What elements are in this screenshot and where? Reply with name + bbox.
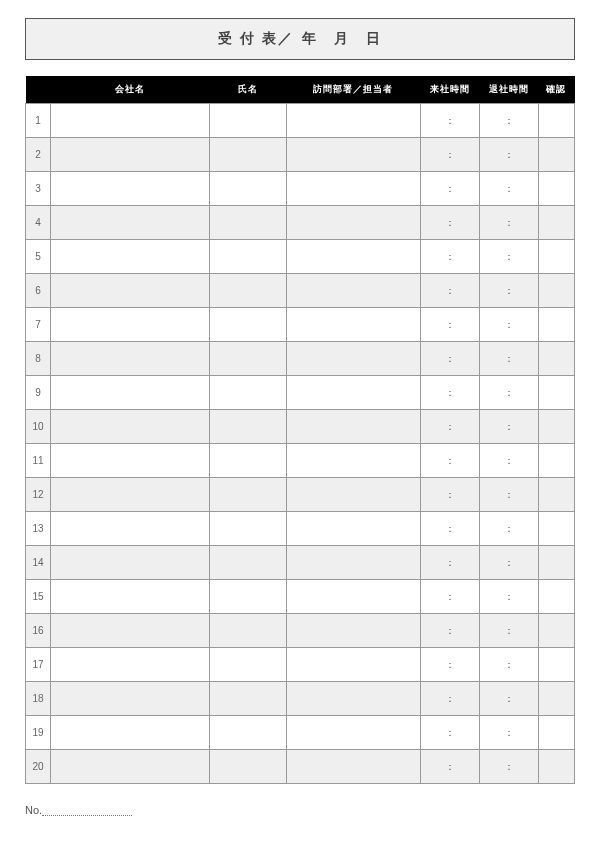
no-blank-line bbox=[42, 815, 132, 816]
table-row: 19：： bbox=[26, 716, 575, 750]
cell-time-in: ： bbox=[420, 138, 479, 172]
cell-dept bbox=[286, 444, 420, 478]
table-row: 13：： bbox=[26, 512, 575, 546]
cell-time-out: ： bbox=[479, 512, 538, 546]
col-time-out: 退社時間 bbox=[479, 76, 538, 104]
cell-name bbox=[209, 342, 286, 376]
cell-dept bbox=[286, 546, 420, 580]
cell-company bbox=[50, 682, 209, 716]
cell-dept bbox=[286, 580, 420, 614]
cell-company bbox=[50, 648, 209, 682]
cell-time-in: ： bbox=[420, 410, 479, 444]
cell-dept bbox=[286, 274, 420, 308]
cell-company bbox=[50, 376, 209, 410]
cell-confirm bbox=[538, 240, 574, 274]
cell-confirm bbox=[538, 682, 574, 716]
row-number: 19 bbox=[26, 716, 51, 750]
cell-company bbox=[50, 478, 209, 512]
cell-time-in: ： bbox=[420, 444, 479, 478]
cell-time-out: ： bbox=[479, 274, 538, 308]
title-bar: 受 付 表／ 年 月 日 bbox=[25, 18, 575, 60]
cell-time-out: ： bbox=[479, 138, 538, 172]
cell-name bbox=[209, 580, 286, 614]
table-row: 18：： bbox=[26, 682, 575, 716]
cell-time-out: ： bbox=[479, 342, 538, 376]
cell-name bbox=[209, 410, 286, 444]
cell-name bbox=[209, 138, 286, 172]
cell-company bbox=[50, 410, 209, 444]
cell-company bbox=[50, 614, 209, 648]
cell-name bbox=[209, 478, 286, 512]
cell-dept bbox=[286, 682, 420, 716]
col-company: 会社名 bbox=[50, 76, 209, 104]
cell-confirm bbox=[538, 206, 574, 240]
cell-confirm bbox=[538, 104, 574, 138]
cell-company bbox=[50, 342, 209, 376]
cell-company bbox=[50, 206, 209, 240]
cell-dept bbox=[286, 478, 420, 512]
cell-dept bbox=[286, 648, 420, 682]
table-row: 6：： bbox=[26, 274, 575, 308]
cell-name bbox=[209, 206, 286, 240]
cell-name bbox=[209, 444, 286, 478]
cell-company bbox=[50, 546, 209, 580]
cell-dept bbox=[286, 614, 420, 648]
row-number: 20 bbox=[26, 750, 51, 784]
cell-time-out: ： bbox=[479, 648, 538, 682]
cell-dept bbox=[286, 104, 420, 138]
col-dept: 訪問部署／担当者 bbox=[286, 76, 420, 104]
cell-confirm bbox=[538, 648, 574, 682]
cell-dept bbox=[286, 750, 420, 784]
cell-company bbox=[50, 512, 209, 546]
cell-time-out: ： bbox=[479, 444, 538, 478]
reception-table: 会社名 氏名 訪問部署／担当者 来社時間 退社時間 確認 1：：2：：3：：4：… bbox=[25, 76, 575, 784]
row-number: 2 bbox=[26, 138, 51, 172]
cell-time-out: ： bbox=[479, 104, 538, 138]
footer: No. bbox=[25, 804, 575, 816]
cell-time-out: ： bbox=[479, 308, 538, 342]
row-number: 13 bbox=[26, 512, 51, 546]
table-header-row: 会社名 氏名 訪問部署／担当者 来社時間 退社時間 確認 bbox=[26, 76, 575, 104]
cell-company bbox=[50, 580, 209, 614]
table-row: 15：： bbox=[26, 580, 575, 614]
cell-company bbox=[50, 138, 209, 172]
cell-time-in: ： bbox=[420, 512, 479, 546]
row-number: 5 bbox=[26, 240, 51, 274]
table-row: 5：： bbox=[26, 240, 575, 274]
cell-company bbox=[50, 444, 209, 478]
cell-dept bbox=[286, 240, 420, 274]
cell-dept bbox=[286, 410, 420, 444]
row-number: 14 bbox=[26, 546, 51, 580]
cell-dept bbox=[286, 376, 420, 410]
table-row: 10：： bbox=[26, 410, 575, 444]
table-row: 17：： bbox=[26, 648, 575, 682]
col-time-in: 来社時間 bbox=[420, 76, 479, 104]
cell-dept bbox=[286, 138, 420, 172]
cell-time-in: ： bbox=[420, 478, 479, 512]
cell-confirm bbox=[538, 750, 574, 784]
cell-company bbox=[50, 750, 209, 784]
cell-name bbox=[209, 716, 286, 750]
cell-time-out: ： bbox=[479, 580, 538, 614]
cell-time-out: ： bbox=[479, 410, 538, 444]
table-row: 11：： bbox=[26, 444, 575, 478]
cell-name bbox=[209, 240, 286, 274]
cell-time-in: ： bbox=[420, 308, 479, 342]
cell-confirm bbox=[538, 580, 574, 614]
cell-time-in: ： bbox=[420, 206, 479, 240]
cell-confirm bbox=[538, 308, 574, 342]
col-number bbox=[26, 76, 51, 104]
table-row: 8：： bbox=[26, 342, 575, 376]
cell-time-out: ： bbox=[479, 206, 538, 240]
row-number: 8 bbox=[26, 342, 51, 376]
cell-dept bbox=[286, 308, 420, 342]
col-name: 氏名 bbox=[209, 76, 286, 104]
row-number: 15 bbox=[26, 580, 51, 614]
row-number: 9 bbox=[26, 376, 51, 410]
cell-company bbox=[50, 172, 209, 206]
row-number: 6 bbox=[26, 274, 51, 308]
cell-dept bbox=[286, 342, 420, 376]
cell-name bbox=[209, 376, 286, 410]
row-number: 12 bbox=[26, 478, 51, 512]
cell-company bbox=[50, 104, 209, 138]
